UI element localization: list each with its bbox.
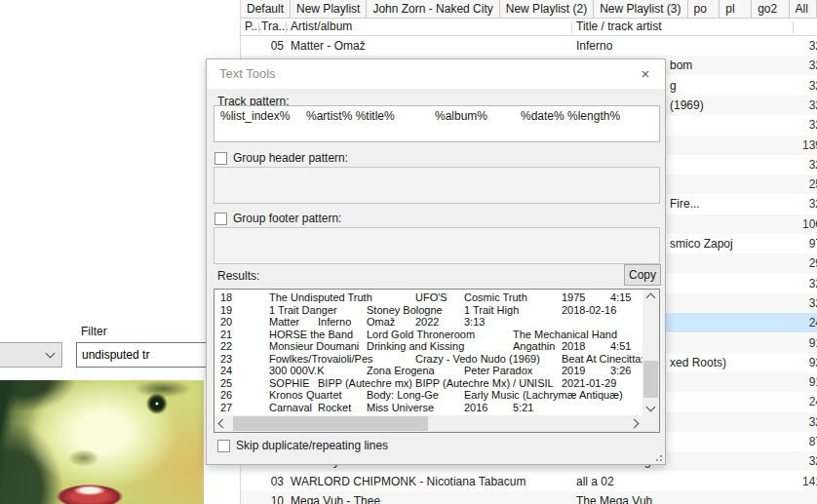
row-count: 32 <box>754 451 817 471</box>
row-count: 87 <box>754 432 817 451</box>
filter-label: Filter <box>81 325 107 338</box>
chevron-up-icon <box>646 293 656 303</box>
copy-button[interactable]: Copy <box>624 264 661 286</box>
results-label: Results: <box>217 269 259 283</box>
horizontal-scrollbar[interactable] <box>214 415 642 432</box>
chevron-down-icon <box>646 403 656 412</box>
group-header-label[interactable]: Group header pattern: <box>233 151 348 165</box>
skip-duplicates-checkbox[interactable] <box>217 440 230 452</box>
text-tools-dialog: Text Tools × Track pattern: %list_index%… <box>206 58 666 465</box>
results-text: 18 The Undisputed Truth UFO'S Cosmic Tru… <box>215 290 642 415</box>
row-text-fragment: g <box>670 76 677 96</box>
row-count: 139 <box>754 136 817 155</box>
tab-new-playlist-3-[interactable]: New Playlist (3) <box>594 0 687 18</box>
row-count: 32 <box>754 96 817 115</box>
dialog-title: Text Tools <box>207 59 665 89</box>
app-window: DefaultNew PlaylistJohn Zorn - Naked Cit… <box>0 0 817 504</box>
scroll-left-button[interactable] <box>214 415 231 432</box>
column-header-row: P... Tra... Artist/album Title / track a… <box>241 19 817 36</box>
group-footer-label[interactable]: Group footer pattern: <box>233 212 341 225</box>
row-count: 24 <box>754 313 817 332</box>
cover-art-image <box>0 380 204 504</box>
row-count: 32 <box>754 412 817 432</box>
skip-duplicates-label[interactable]: Skip duplicate/repeating lines <box>236 439 388 452</box>
scroll-up-button[interactable] <box>642 290 659 306</box>
vertical-scrollbar[interactable] <box>642 290 659 415</box>
row-count: 91 <box>754 333 817 353</box>
row-text-fragment: smico Zapoj <box>670 234 733 253</box>
group-header-input[interactable] <box>214 167 660 204</box>
row-title: all a 02 <box>576 472 614 491</box>
row-count: 24 <box>754 392 817 411</box>
group-footer-checkbox[interactable] <box>214 213 227 225</box>
resize-grip-icon[interactable] <box>654 453 662 461</box>
column-header-artist-album[interactable]: Artist/album <box>291 19 352 33</box>
tab-new-playlist-2-[interactable]: New Playlist (2) <box>500 0 594 18</box>
horizontal-scroll-thumb[interactable] <box>233 416 428 431</box>
row-count: 29 <box>754 253 817 273</box>
row-count: 32 <box>754 274 817 293</box>
playlist-row[interactable]: 03WARLORD CHIPMONK - Nicotiana Tabacumal… <box>241 472 817 491</box>
scroll-right-button[interactable] <box>626 415 642 432</box>
row-text-fragment: xed Roots) <box>670 353 726 372</box>
tab-pl[interactable]: pl <box>720 0 752 18</box>
scrollbar-corner <box>642 415 659 432</box>
row-track-number: 10 <box>254 491 284 504</box>
tab-all[interactable]: All <box>790 0 817 18</box>
row-track-number: 03 <box>254 472 284 491</box>
row-count: 91 <box>754 372 817 392</box>
group-header-checkbox[interactable] <box>214 152 227 165</box>
tab-john-zorn-naked-city[interactable]: John Zorn - Naked City <box>367 0 499 18</box>
scroll-down-button[interactable] <box>642 399 659 415</box>
row-count: 32 <box>754 194 817 213</box>
row-count: 32 <box>754 293 817 313</box>
row-track-number: 05 <box>254 36 284 56</box>
playlist-row[interactable]: 10Mega Vuh - TheeThe Mega Vuh <box>241 491 817 504</box>
column-divider <box>258 21 259 33</box>
playlist-row[interactable]: 05Matter - OmažInferno32 <box>241 36 817 56</box>
row-title: The Mega Vuh <box>576 491 652 504</box>
row-count: 32 <box>754 76 817 96</box>
row-count: 106 <box>754 214 817 234</box>
row-artist-album: WARLORD CHIPMONK - Nicotiana Tabacum <box>291 472 525 491</box>
tab-default[interactable]: Default <box>241 0 291 18</box>
track-pattern-input[interactable]: %list_index% %artist% %title% %album% %d… <box>214 105 660 142</box>
filter-input[interactable]: undisputed tr <box>76 342 214 368</box>
tab-new-playlist[interactable]: New Playlist <box>291 0 367 18</box>
row-text-fragment: Fire... <box>670 194 700 213</box>
filter-scope-dropdown[interactable] <box>0 342 62 368</box>
chevron-right-icon <box>630 419 640 429</box>
row-count: 32 <box>754 155 817 174</box>
row-count: 32 <box>754 115 817 135</box>
playlist-tabs: DefaultNew PlaylistJohn Zorn - Naked Cit… <box>241 0 817 19</box>
row-count: 25 <box>754 174 817 194</box>
chevron-down-icon <box>46 349 56 359</box>
row-artist-album: Matter - Omaž <box>291 36 366 56</box>
row-count: 141 <box>754 472 817 491</box>
chevron-left-icon <box>218 419 228 429</box>
vertical-scroll-thumb[interactable] <box>643 361 658 398</box>
column-header-track[interactable]: Tra... <box>261 19 289 33</box>
results-listbox[interactable]: 18 The Undisputed Truth UFO'S Cosmic Tru… <box>214 289 660 433</box>
column-divider <box>571 21 572 33</box>
close-icon: × <box>642 65 650 82</box>
row-artist-album: Mega Vuh - Thee <box>291 491 380 504</box>
row-count: 97 <box>754 234 817 253</box>
row-count: 92 <box>754 353 817 372</box>
row-title: Inferno <box>576 36 612 56</box>
row-count: 32 <box>754 36 817 56</box>
group-footer-input[interactable] <box>214 227 660 264</box>
column-divider <box>793 21 794 33</box>
tab-po[interactable]: po <box>688 0 720 18</box>
row-count: 32 <box>754 56 817 75</box>
column-header-title[interactable]: Title / track artist <box>576 19 662 33</box>
column-divider <box>286 21 287 33</box>
close-button[interactable]: × <box>626 59 665 89</box>
row-text-fragment: bom <box>670 56 692 75</box>
row-text-fragment: (1969) <box>670 96 704 115</box>
tab-go2[interactable]: go2 <box>752 0 789 18</box>
